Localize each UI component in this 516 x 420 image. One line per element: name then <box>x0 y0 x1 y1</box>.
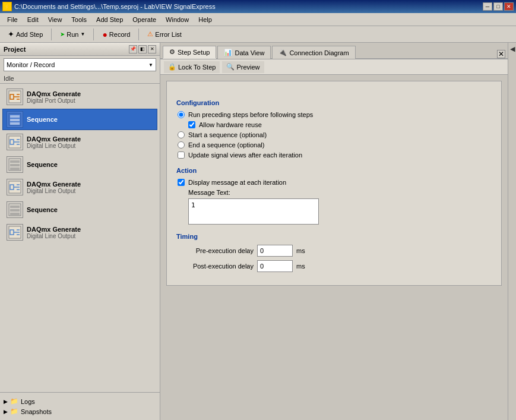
post-execution-input[interactable] <box>257 260 293 272</box>
menu-operate[interactable]: Operate <box>128 15 161 24</box>
data-view-icon: 📊 <box>224 49 232 56</box>
checkbox-update-signal[interactable] <box>178 151 185 159</box>
dropdown-arrow-icon: ▼ <box>148 62 153 68</box>
title-bar-controls[interactable]: ─ □ ✕ <box>483 2 514 11</box>
right-panel-close-btn[interactable]: ✕ <box>497 50 505 58</box>
post-execution-label: Post-execution delay <box>176 263 254 270</box>
post-execution-unit: ms <box>296 263 305 270</box>
lock-to-step-label: Lock To Step <box>178 64 216 71</box>
menu-bar: File Edit View Tools Add Step Operate Wi… <box>0 13 516 26</box>
close-btn[interactable]: ✕ <box>504 2 514 11</box>
label-allow-hardware: Allow hardware reuse <box>199 121 262 128</box>
svg-rect-26 <box>10 213 20 215</box>
svg-rect-15 <box>10 160 20 163</box>
menu-window[interactable]: Window <box>161 15 194 24</box>
label-update-signal: Update signal views after each iteration <box>188 151 302 159</box>
tab-step-setup[interactable]: ⚙ Step Setup <box>163 46 216 59</box>
step-sub-5: Digital Line Output <box>27 188 81 194</box>
radio-run-preceding[interactable] <box>178 111 185 118</box>
menu-tools[interactable]: Tools <box>67 15 91 24</box>
right-panel: ⚙ Step Setup 📊 Data View 🔌 Connection Di… <box>160 43 508 420</box>
pre-execution-input[interactable] <box>257 245 293 257</box>
option-update-signal: Update signal views after each iteration <box>176 151 492 159</box>
title-bar-left: ⚡ C:\Documents and Settings\...\Temp.sep… <box>2 2 216 11</box>
snapshots-folder-icon: 📁 <box>10 408 18 415</box>
tab-data-view-label: Data View <box>235 49 264 56</box>
add-step-icon: ✦ <box>8 30 14 39</box>
tab-connection-diagram-label: Connection Diagram <box>289 49 349 56</box>
menu-file[interactable]: File <box>2 15 23 24</box>
svg-rect-25 <box>10 209 20 211</box>
step-icon-2 <box>7 111 23 128</box>
right-side-panel: ◀ <box>508 43 516 420</box>
snapshots-expand-icon: ▶ <box>4 409 8 415</box>
panel-controls[interactable]: 📌 ◧ ✕ <box>129 45 156 53</box>
left-panel: Project 📌 ◧ ✕ Monitor / Record ▼ Idle <box>0 43 160 420</box>
step-item-7[interactable]: DAQmx Generate Digital Line Output <box>2 222 157 243</box>
window-title: C:\Documents and Settings\...\Temp.sepro… <box>14 3 216 10</box>
monitor-record-dropdown[interactable]: Monitor / Record ▼ <box>4 58 156 71</box>
step-item-1[interactable]: DAQmx Generate Digital Port Output <box>2 86 157 108</box>
tab-data-view[interactable]: 📊 Data View <box>217 46 271 59</box>
svg-rect-24 <box>10 206 20 208</box>
menu-edit[interactable]: Edit <box>23 15 43 24</box>
step-name-3: DAQmx Generate <box>27 135 81 143</box>
step-item-5[interactable]: DAQmx Generate Digital Line Output <box>2 176 157 198</box>
option-start-sequence: Start a sequence (optional) <box>176 131 492 138</box>
preview-button[interactable]: 🔍 Preview <box>222 61 264 73</box>
error-list-label: Error List <box>155 31 182 38</box>
panel-float-btn[interactable]: ◧ <box>138 45 147 53</box>
step-text-7: DAQmx Generate Digital Line Output <box>27 226 81 239</box>
menu-view[interactable]: View <box>43 15 67 24</box>
run-dropdown-icon: ▼ <box>80 31 85 37</box>
step-icon-5 <box>7 179 23 195</box>
menu-add-step[interactable]: Add Step <box>91 15 128 24</box>
lock-to-step-button[interactable]: 🔒 Lock To Step <box>164 61 220 73</box>
minimize-btn[interactable]: ─ <box>483 2 492 11</box>
step-icon-1 <box>7 89 23 105</box>
logs-label: Logs <box>21 398 35 405</box>
radio-start-sequence[interactable] <box>178 131 185 138</box>
monitor-record-value: Monitor / Record <box>7 61 55 68</box>
add-step-button[interactable]: ✦ Add Step <box>4 28 47 41</box>
pre-execution-label: Pre-execution delay <box>176 247 254 254</box>
message-text-label: Message Text: <box>176 189 492 196</box>
svg-rect-17 <box>10 168 20 170</box>
side-expand-btn[interactable]: ◀ <box>508 43 516 55</box>
step-item-4[interactable]: Sequence <box>2 154 157 175</box>
menu-help[interactable]: Help <box>194 15 217 24</box>
step-text-1: DAQmx Generate Digital Port Output <box>27 90 81 104</box>
tree-item-logs[interactable]: ▶ 📁 Logs <box>4 396 156 406</box>
monitor-record-dropdown-row: Monitor / Record ▼ <box>0 56 160 74</box>
message-text-input[interactable]: 1 <box>188 198 319 225</box>
checkbox-display-message[interactable] <box>178 179 185 186</box>
pre-execution-row: Pre-execution delay ms <box>176 245 492 257</box>
config-panel: Configuration Run preceding steps before… <box>166 81 502 286</box>
run-label: Run <box>67 31 78 38</box>
tab-bar: ⚙ Step Setup 📊 Data View 🔌 Connection Di… <box>160 43 508 59</box>
toolbar-sep-1 <box>51 29 52 40</box>
step-item-2[interactable]: Sequence <box>2 109 157 130</box>
error-list-button[interactable]: ⚠ Error List <box>143 28 186 41</box>
step-item-3[interactable]: DAQmx Generate Digital Line Output <box>2 131 157 153</box>
radio-end-sequence[interactable] <box>178 141 185 149</box>
record-button[interactable]: ● Record <box>98 28 134 41</box>
step-setup-toolbar: 🔒 Lock To Step 🔍 Preview <box>160 59 508 75</box>
svg-rect-6 <box>10 115 20 118</box>
step-sub-3: Digital Line Output <box>27 143 81 149</box>
step-name-4: Sequence <box>27 161 58 168</box>
lock-icon: 🔒 <box>168 63 176 71</box>
label-run-preceding: Run preceding steps before following ste… <box>188 111 313 118</box>
steps-container[interactable]: DAQmx Generate Digital Port Output <box>0 84 160 392</box>
run-button[interactable]: ➤ Run ▼ <box>56 28 89 41</box>
action-section: Action Display message at each iteration… <box>176 167 492 225</box>
panel-close-btn[interactable]: ✕ <box>148 45 156 53</box>
maximize-btn[interactable]: □ <box>493 2 503 11</box>
step-item-6[interactable]: Sequence <box>2 199 157 220</box>
tree-item-snapshots[interactable]: ▶ 📁 Snapshots <box>4 406 156 416</box>
label-start-sequence: Start a sequence (optional) <box>188 131 267 138</box>
tab-connection-diagram[interactable]: 🔌 Connection Diagram <box>272 46 355 59</box>
checkbox-allow-hardware[interactable] <box>188 121 195 128</box>
panel-pin-btn[interactable]: 📌 <box>129 45 137 53</box>
snapshots-label: Snapshots <box>21 408 52 415</box>
